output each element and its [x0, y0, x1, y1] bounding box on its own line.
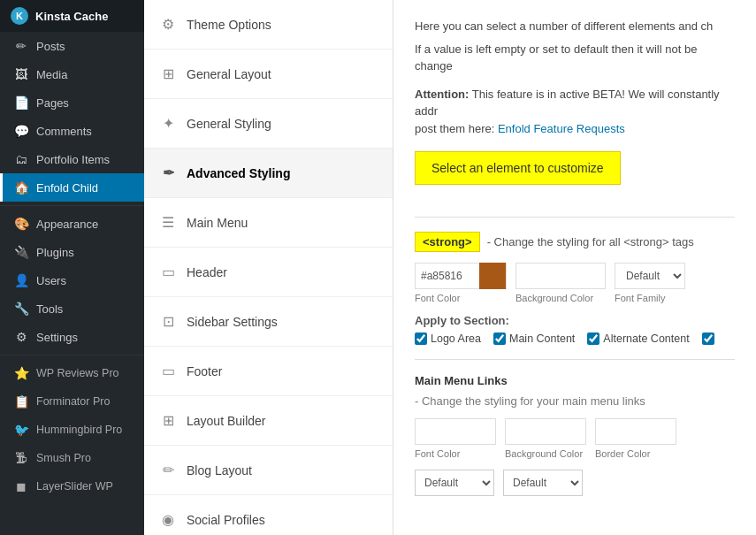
middle-item-header[interactable]: ▭ Header [144, 248, 393, 297]
element-select-box[interactable]: Select an element to customize [415, 151, 621, 185]
sidebar-item-label: LayerSlider WP [36, 480, 113, 493]
sidebar-item-label: Pages [36, 96, 69, 110]
bottom-border-color-box[interactable] [595, 418, 676, 445]
apply-section-label: Apply to Section: [415, 314, 735, 327]
middle-item-general-styling[interactable]: ✦ General Styling [144, 99, 393, 149]
font-color-swatch[interactable] [479, 263, 506, 289]
font-color-input[interactable]: #a85816 [416, 264, 479, 288]
social-profiles-icon: ◉ [158, 511, 178, 528]
sidebar-item-wp-reviews-pro[interactable]: ⭐ WP Reviews Pro [0, 359, 144, 387]
sidebar-item-media[interactable]: 🖼 Media [0, 60, 144, 88]
sidebar-item-label: Hummingbird Pro [36, 424, 122, 436]
sidebar-divider [0, 205, 144, 206]
sidebar-item-smush-pro[interactable]: 🗜 Smush Pro [0, 444, 144, 472]
footer-icon: ▭ [158, 363, 178, 379]
sidebar-item-layerslider-wp[interactable]: ◼ LayerSlider WP [0, 472, 144, 501]
alternate-content-label: Alternate Content [603, 332, 689, 345]
sidebar-item-hummingbird-pro[interactable]: 🐦 Hummingbird Pro [0, 416, 144, 444]
sidebar-item-posts[interactable]: ✏ Posts [0, 32, 144, 60]
dropdown-2[interactable]: Default [503, 470, 583, 496]
settings-icon: ⚙ [13, 330, 29, 344]
middle-item-main-menu[interactable]: ☰ Main Menu [144, 198, 393, 248]
main-content-label: Main Content [509, 332, 575, 345]
bg-color-input-wrapper[interactable] [515, 263, 606, 289]
sidebar-item-label: Appearance [36, 218, 98, 231]
middle-item-general-layout[interactable]: ⊞ General Layout [144, 50, 393, 99]
sidebar-item-label: Portfolio Items [36, 153, 110, 166]
font-family-label: Font Family [615, 293, 685, 303]
middle-item-advanced-styling[interactable]: ✒ Advanced Styling [144, 149, 393, 198]
bottom-font-color-group: Font Color [415, 418, 496, 459]
wp-reviews-icon: ⭐ [13, 366, 29, 380]
sidebar-item-enfold-child[interactable]: 🏠 Enfold Child [0, 173, 144, 202]
bg-color-label: Background Color [515, 293, 606, 303]
layerslider-icon: ◼ [13, 479, 29, 493]
header-icon: ▭ [158, 264, 178, 280]
middle-item-label: General Styling [187, 117, 271, 131]
middle-item-label: Social Profiles [187, 513, 265, 527]
divider [415, 217, 735, 218]
middle-item-label: Blog Layout [187, 463, 252, 478]
alternate-content-checkbox[interactable] [587, 332, 599, 345]
sidebar-item-comments[interactable]: 💬 Comments [0, 117, 144, 145]
logo-area-checkbox[interactable] [415, 332, 427, 345]
advanced-styling-icon: ✒ [158, 164, 178, 181]
description-line2: If a value is left empty or set to defau… [415, 41, 735, 75]
element-select-label: Select an element to customize [431, 161, 604, 175]
more-checkbox[interactable] [702, 332, 714, 345]
sidebar-divider-2 [0, 355, 144, 355]
sidebar-settings-icon: ⊡ [158, 313, 178, 330]
logo-area-checkbox-label[interactable]: Logo Area [415, 332, 481, 345]
middle-item-theme-options[interactable]: ⚙ Theme Options [144, 0, 393, 50]
users-icon: 👤 [13, 273, 29, 287]
media-icon: 🖼 [13, 67, 29, 81]
middle-item-sidebar-settings[interactable]: ⊡ Sidebar Settings [144, 297, 393, 347]
divider-2 [415, 359, 735, 360]
bottom-font-color-box[interactable] [415, 418, 496, 445]
posts-icon: ✏ [13, 39, 29, 53]
sidebar-item-label: Smush Pro [36, 452, 91, 464]
enfold-icon: 🏠 [13, 180, 29, 195]
main-content-checkbox[interactable] [493, 332, 506, 345]
bottom-bg-color-group: Background Color [505, 418, 586, 459]
middle-item-label: Layout Builder [187, 414, 266, 428]
sidebar-item-label: Enfold Child [36, 181, 98, 195]
sidebar-item-portfolio-items[interactable]: 🗂 Portfolio Items [0, 145, 144, 173]
middle-item-social-profiles[interactable]: ◉ Social Profiles [144, 495, 393, 535]
sidebar-item-pages[interactable]: 📄 Pages [0, 88, 144, 117]
sidebar-item-forminator-pro[interactable]: 📋 Forminator Pro [0, 387, 144, 416]
middle-item-blog-layout[interactable]: ✏ Blog Layout [144, 446, 393, 495]
bottom-bg-color-box[interactable] [505, 418, 586, 445]
sidebar-item-label: Media [36, 68, 67, 81]
sidebar-item-label: Forminator Pro [36, 395, 110, 408]
font-family-select[interactable]: Default [615, 263, 685, 289]
sidebar-item-label: Tools [36, 302, 63, 316]
main-description: Here you can select a number of differen… [415, 18, 735, 75]
sidebar-item-tools[interactable]: 🔧 Tools [0, 294, 144, 323]
attention-link[interactable]: Enfold Feature Requests [498, 122, 625, 135]
blog-layout-icon: ✏ [158, 462, 178, 478]
middle-item-footer[interactable]: ▭ Footer [144, 347, 393, 396]
sidebar-item-plugins[interactable]: 🔌 Plugins [0, 238, 144, 266]
hummingbird-icon: 🐦 [13, 423, 29, 437]
sidebar-item-users[interactable]: 👤 Users [0, 266, 144, 294]
main-menu-links-title: Main Menu Links [415, 374, 508, 387]
middle-item-label: Theme Options [187, 18, 271, 32]
dropdown-1[interactable]: Default [415, 470, 494, 496]
bg-color-group: Background Color [515, 263, 606, 303]
main-content-checkbox-label[interactable]: Main Content [493, 332, 575, 345]
font-color-group: #a85816 Font Color [415, 263, 507, 303]
middle-item-label: Advanced Styling [187, 166, 290, 180]
sidebar-item-settings[interactable]: ⚙ Settings [0, 323, 144, 351]
alternate-content-checkbox-label[interactable]: Alternate Content [587, 332, 689, 345]
sidebar-item-appearance[interactable]: 🎨 Appearance [0, 210, 144, 238]
sidebar-item-label: Users [36, 274, 66, 287]
middle-item-layout-builder[interactable]: ⊞ Layout Builder [144, 396, 393, 446]
description-line1: Here you can select a number of differen… [415, 18, 735, 35]
more-checkbox-label[interactable] [702, 332, 714, 345]
attention-box: Attention: This feature is in active BET… [415, 86, 735, 138]
sidebar-item-label: WP Reviews Pro [36, 367, 119, 379]
main-menu-links-desc: - Change the styling for your main menu … [415, 394, 645, 408]
general-styling-icon: ✦ [158, 115, 178, 132]
theme-options-icon: ⚙ [158, 16, 178, 33]
